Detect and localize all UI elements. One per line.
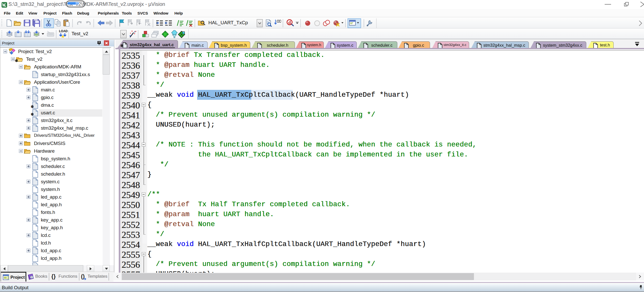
svg-text:s: s [5,5,6,7]
svg-text:d: d [288,20,291,25]
svg-text:LOAD: LOAD [59,29,68,33]
svg-text:?: ? [31,276,32,279]
